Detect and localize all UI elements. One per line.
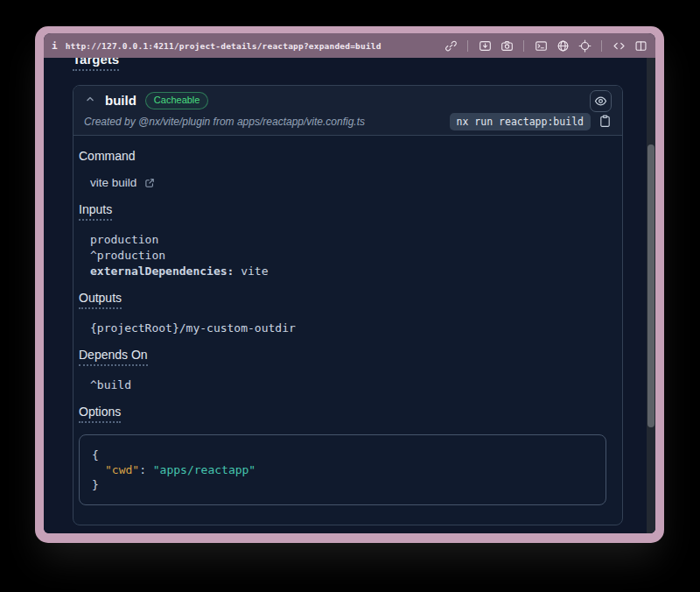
- link-icon[interactable]: [444, 39, 458, 53]
- created-by-text: Created by @nx/vite/plugin from apps/rea…: [84, 116, 365, 128]
- scrollbar-thumb[interactable]: [648, 144, 654, 427]
- options-json-block: { "cwd": "apps/reactapp" }: [79, 434, 606, 505]
- target-build-card: build Cacheable Created: [73, 85, 623, 525]
- screenshot-save-icon[interactable]: [478, 39, 492, 53]
- terminal-icon[interactable]: [534, 39, 548, 53]
- command-value-row: vite build: [90, 175, 612, 191]
- copy-icon[interactable]: [598, 115, 612, 128]
- depends-on-item: ^build: [90, 377, 612, 393]
- json-cwd-line: "cwd": "apps/reactapp": [92, 462, 593, 477]
- json-open-brace: {: [92, 448, 593, 462]
- run-command-chip[interactable]: nx run reactapp:build: [450, 113, 591, 130]
- desktop-background: i http://127.0.0.1:4211/project-details/…: [0, 0, 700, 592]
- external-link-icon[interactable]: [144, 177, 156, 189]
- targets-heading: Targets: [73, 58, 647, 71]
- outputs-heading: Outputs: [79, 291, 612, 309]
- cacheable-badge: Cacheable: [145, 92, 209, 109]
- toolbar-divider: [523, 40, 524, 52]
- view-in-graph-button[interactable]: [590, 90, 612, 112]
- build-card-body: Command vite build: [74, 136, 622, 525]
- browser-preview-window: i http://127.0.0.1:4211/project-details/…: [35, 26, 664, 543]
- globe-icon[interactable]: [556, 39, 570, 53]
- code-brackets-icon[interactable]: [612, 39, 626, 53]
- build-card-header[interactable]: build Cacheable Created: [74, 86, 622, 136]
- toolbar-actions: [444, 39, 648, 53]
- depends-on-heading: Depends On: [79, 348, 612, 366]
- output-item: {projectRoot}/my-custom-outdir: [90, 321, 612, 336]
- camera-icon[interactable]: [500, 39, 514, 53]
- crosshair-icon[interactable]: [578, 39, 592, 53]
- url-text[interactable]: http://127.0.0.1:4211/project-details/re…: [66, 41, 382, 51]
- project-details-page: Targets build Cacheable: [44, 58, 647, 533]
- command-heading: Command: [79, 149, 612, 164]
- inputs-list: production ^production externalDependenc…: [90, 232, 612, 279]
- input-item: externalDependencies: vite: [90, 264, 612, 279]
- page-viewport: Targets build Cacheable: [44, 58, 655, 533]
- command-value: vite build: [90, 175, 136, 191]
- browser-inner: i http://127.0.0.1:4211/project-details/…: [44, 33, 655, 533]
- options-heading: Options: [79, 405, 612, 423]
- input-item: ^production: [90, 248, 612, 264]
- toolbar-divider: [601, 40, 602, 52]
- info-icon: i: [52, 40, 58, 52]
- chevron-up-icon[interactable]: [84, 93, 96, 109]
- browser-toolbar: i http://127.0.0.1:4211/project-details/…: [44, 33, 655, 58]
- eye-icon: [594, 95, 607, 108]
- input-item: production: [90, 232, 612, 248]
- build-meta-row: Created by @nx/vite/plugin from apps/rea…: [84, 113, 612, 130]
- build-title-row: build Cacheable: [84, 92, 612, 109]
- scrollbar[interactable]: [647, 58, 655, 533]
- outputs-list: {projectRoot}/my-custom-outdir: [90, 321, 612, 336]
- target-name: build: [105, 92, 136, 109]
- split-panel-icon[interactable]: [634, 39, 648, 53]
- depends-on-list: ^build: [90, 377, 612, 393]
- inputs-heading: Inputs: [79, 202, 612, 221]
- json-close-brace: }: [92, 477, 593, 492]
- toolbar-divider: [467, 40, 468, 52]
